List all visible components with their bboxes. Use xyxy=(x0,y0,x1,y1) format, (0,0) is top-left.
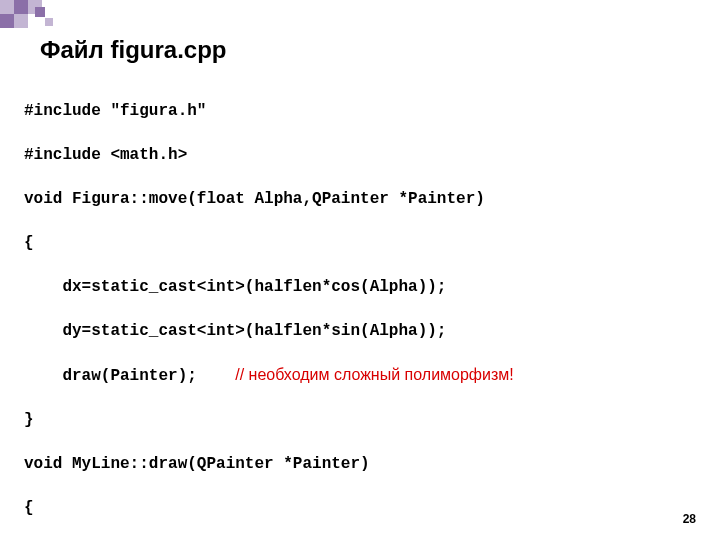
slide-title: Файл figura.cpp xyxy=(40,36,227,64)
code-line: void MyLine::draw(QPainter *Painter) xyxy=(24,453,514,475)
code-line: { xyxy=(24,497,514,519)
code-line: void Figura::move(float Alpha,QPainter *… xyxy=(24,188,514,210)
code-line: dy=static_cast<int>(halflen*sin(Alpha)); xyxy=(24,320,514,342)
code-line: #include <math.h> xyxy=(24,144,514,166)
code-line: dx=static_cast<int>(halflen*cos(Alpha)); xyxy=(24,276,514,298)
code-line: #include "figura.h" xyxy=(24,100,514,122)
code-line: { xyxy=(24,232,514,254)
code-comment: // необходим сложный полиморфизм! xyxy=(235,366,514,383)
code-block: #include "figura.h" #include <math.h> vo… xyxy=(24,78,514,540)
slide-corner-decoration xyxy=(0,0,120,40)
page-number: 28 xyxy=(683,512,696,526)
code-text: draw(Painter); xyxy=(24,367,235,385)
code-line: } xyxy=(24,409,514,431)
code-line: draw(Painter); // необходим сложный поли… xyxy=(24,364,514,387)
